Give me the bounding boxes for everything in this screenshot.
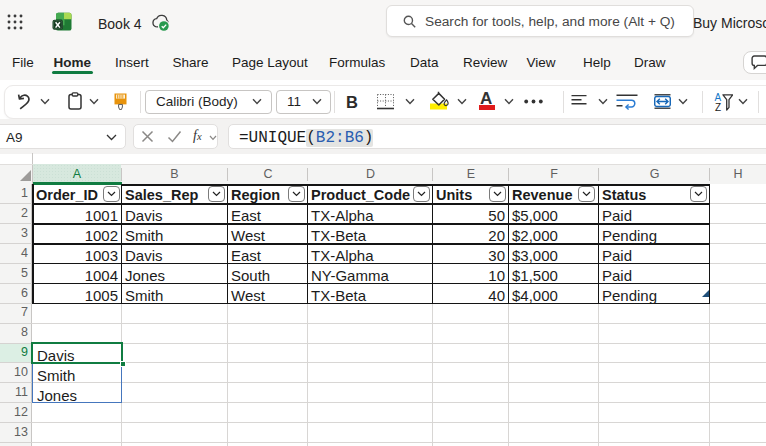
svg-text:Z: Z [715, 102, 721, 112]
